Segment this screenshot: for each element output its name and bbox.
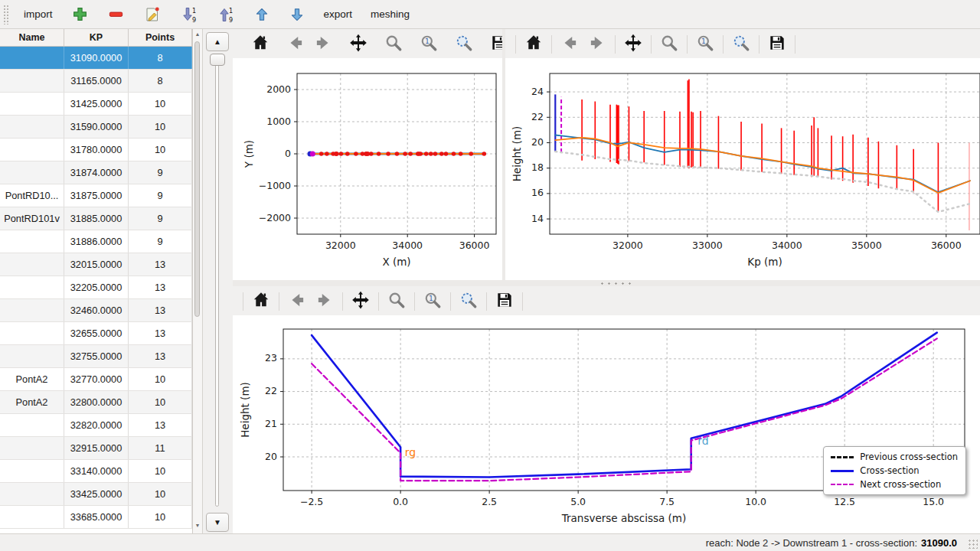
table-scrollbar[interactable]: ▲ ▼ xyxy=(193,29,203,533)
cell-points[interactable]: 9 xyxy=(129,161,192,184)
table-row[interactable]: 31886.00009 xyxy=(0,230,192,253)
cell-kp[interactable]: 32915.0000 xyxy=(64,437,129,459)
cell-points[interactable]: 13 xyxy=(129,322,192,344)
longitudinal-profile-plot[interactable]: 3200033000340003500036000141618202224Kp … xyxy=(505,58,980,276)
cell-kp[interactable]: 32820.0000 xyxy=(64,414,129,436)
next-cross-section-button[interactable]: ▼ xyxy=(206,513,229,532)
move-down-button[interactable] xyxy=(279,2,315,28)
home-button[interactable] xyxy=(520,31,547,57)
zoom-fit-button[interactable] xyxy=(450,31,478,57)
back-button[interactable] xyxy=(283,289,311,315)
cell-name[interactable] xyxy=(0,483,64,505)
scroll-up-icon[interactable]: ▲ xyxy=(193,31,202,38)
table-row[interactable]: 32655.000013 xyxy=(0,322,192,345)
table-row[interactable]: 33685.000010 xyxy=(0,506,192,529)
cell-name[interactable] xyxy=(0,70,64,92)
cell-name[interactable] xyxy=(0,345,64,367)
cell-kp[interactable]: 31780.0000 xyxy=(64,139,129,161)
cell-name[interactable] xyxy=(0,230,64,253)
cell-kp[interactable]: 32755.0000 xyxy=(64,345,129,367)
sort-descending-button[interactable]: 19 xyxy=(171,1,207,28)
cell-name[interactable]: PontRD101v xyxy=(0,207,64,230)
table-row[interactable]: 32205.000013 xyxy=(0,276,192,299)
cell-name[interactable] xyxy=(0,414,64,436)
table-row[interactable]: 32015.000013 xyxy=(0,253,192,276)
cell-kp[interactable]: 32460.0000 xyxy=(64,299,129,321)
forward-button[interactable] xyxy=(583,31,611,57)
cell-points[interactable]: 10 xyxy=(129,483,192,505)
cell-points[interactable]: 9 xyxy=(129,207,192,230)
table-row[interactable]: 31590.000010 xyxy=(0,116,192,139)
cell-points[interactable]: 8 xyxy=(129,47,192,69)
cell-kp[interactable]: 31590.0000 xyxy=(64,116,129,138)
cell-name[interactable] xyxy=(0,460,64,482)
cell-points[interactable]: 10 xyxy=(129,139,192,161)
scrollbar-thumb[interactable] xyxy=(194,41,200,317)
table-row[interactable]: 31425.000010 xyxy=(0,93,192,116)
cell-kp[interactable]: 32770.0000 xyxy=(64,368,129,390)
table-row[interactable]: PontA232800.000010 xyxy=(0,391,192,414)
pan-button[interactable] xyxy=(345,31,372,57)
table-row[interactable]: 31874.00009 xyxy=(0,161,192,184)
export-button[interactable]: export xyxy=(315,4,362,24)
cell-points[interactable]: 9 xyxy=(129,230,192,253)
table-row[interactable]: PontRD10...31875.00009 xyxy=(0,184,192,207)
zoom-button[interactable] xyxy=(383,289,410,315)
cell-points[interactable]: 13 xyxy=(129,414,192,436)
cell-kp[interactable]: 32205.0000 xyxy=(64,276,129,298)
home-button[interactable] xyxy=(247,289,275,315)
cell-name[interactable] xyxy=(0,116,64,138)
cell-name[interactable] xyxy=(0,299,64,321)
table-row[interactable]: 31165.00008 xyxy=(0,70,192,93)
cell-name[interactable] xyxy=(0,506,64,528)
table-row[interactable]: 33140.000010 xyxy=(0,460,192,483)
cell-points[interactable]: 11 xyxy=(129,437,192,459)
column-header-name[interactable]: Name xyxy=(0,29,64,46)
table-row[interactable]: 32755.000013 xyxy=(0,345,192,368)
cell-name[interactable] xyxy=(0,322,64,344)
scroll-down-icon[interactable]: ▼ xyxy=(193,522,202,530)
cell-points[interactable]: 8 xyxy=(129,70,192,92)
cell-kp[interactable]: 31886.0000 xyxy=(64,230,129,253)
table-row[interactable]: 31780.000010 xyxy=(0,139,192,161)
import-button[interactable]: import xyxy=(15,4,62,24)
forward-button[interactable] xyxy=(311,289,338,315)
sort-ascending-button[interactable]: 19 xyxy=(207,1,244,28)
cell-points[interactable]: 13 xyxy=(129,345,192,367)
cell-kp[interactable]: 31874.0000 xyxy=(64,161,129,184)
cross-section-slider-track[interactable] xyxy=(215,57,219,507)
table-row[interactable]: 33425.000010 xyxy=(0,483,192,506)
cell-name[interactable] xyxy=(0,47,64,69)
cell-kp[interactable]: 31165.0000 xyxy=(64,70,129,92)
table-row[interactable]: PontRD101v31885.00009 xyxy=(0,207,192,230)
cell-points[interactable]: 13 xyxy=(129,253,192,276)
zoom-region-button[interactable]: 1 xyxy=(415,31,443,57)
cell-name[interactable]: PontA2 xyxy=(0,368,64,390)
table-row[interactable]: 32820.000013 xyxy=(0,414,192,437)
cell-kp[interactable]: 32800.0000 xyxy=(64,391,129,413)
cell-name[interactable] xyxy=(0,276,64,298)
cell-points[interactable]: 10 xyxy=(129,460,192,482)
home-button[interactable] xyxy=(247,31,274,57)
cell-points[interactable]: 10 xyxy=(129,391,192,413)
pan-button[interactable] xyxy=(619,31,647,57)
column-header-kp[interactable]: KP xyxy=(64,29,129,46)
cell-points[interactable]: 13 xyxy=(129,276,192,298)
cell-points[interactable]: 10 xyxy=(129,93,192,115)
cell-kp[interactable]: 31425.0000 xyxy=(64,93,129,115)
cell-kp[interactable]: 33685.0000 xyxy=(64,506,129,528)
cell-name[interactable] xyxy=(0,139,64,161)
zoom-button[interactable] xyxy=(380,31,407,57)
cell-name[interactable] xyxy=(0,93,64,115)
cell-kp[interactable]: 31875.0000 xyxy=(64,184,129,207)
cell-points[interactable]: 10 xyxy=(129,368,192,390)
previous-cross-section-button[interactable]: ▲ xyxy=(206,32,229,51)
cell-points[interactable]: 10 xyxy=(129,116,192,138)
zoom-region-button[interactable]: 1 xyxy=(691,31,719,57)
zoom-fit-button[interactable] xyxy=(455,289,482,315)
cell-name[interactable]: PontA2 xyxy=(0,391,64,413)
cell-points[interactable]: 13 xyxy=(129,299,192,321)
resize-grip-icon[interactable] xyxy=(968,539,978,549)
cell-kp[interactable]: 31885.0000 xyxy=(64,207,129,230)
forward-button[interactable] xyxy=(309,31,337,57)
